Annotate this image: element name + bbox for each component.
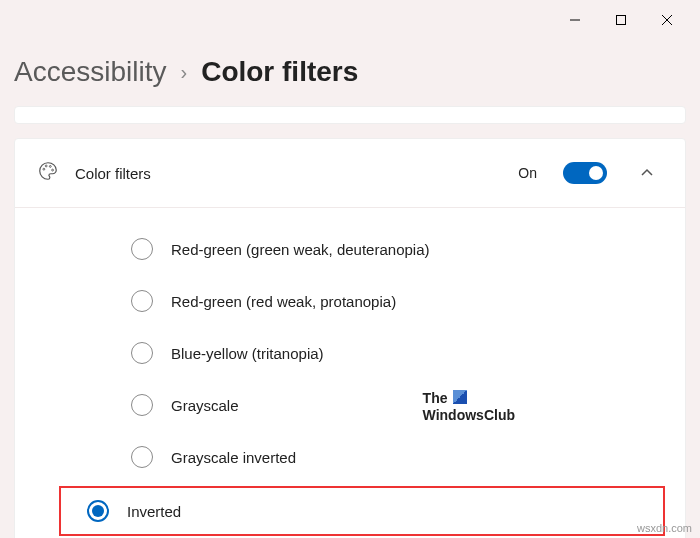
close-button[interactable] <box>644 4 690 36</box>
previous-card-strip <box>14 106 686 124</box>
filter-options: Red-green (green weak, deuteranopia) Red… <box>15 208 685 538</box>
radio-icon <box>87 500 109 522</box>
panel-title: Color filters <box>75 165 151 182</box>
option-label: Blue-yellow (tritanopia) <box>171 345 324 362</box>
page-title: Color filters <box>201 56 358 88</box>
radio-icon <box>131 290 153 312</box>
svg-rect-1 <box>617 16 626 25</box>
svg-point-7 <box>52 169 54 171</box>
radio-icon <box>131 238 153 260</box>
palette-icon <box>37 160 59 186</box>
breadcrumb: Accessibility › Color filters <box>0 40 700 106</box>
color-filters-panel: Color filters On Red-green (green weak, … <box>14 138 686 538</box>
option-inverted[interactable]: Inverted <box>59 486 665 536</box>
option-label: Inverted <box>127 503 181 520</box>
chevron-right-icon: › <box>180 61 187 84</box>
option-label: Red-green (red weak, protanopia) <box>171 293 396 310</box>
color-filters-toggle[interactable] <box>563 162 607 184</box>
toggle-state-label: On <box>518 165 537 181</box>
option-deuteranopia[interactable]: Red-green (green weak, deuteranopia) <box>59 226 665 272</box>
square-icon <box>453 390 467 404</box>
svg-point-6 <box>49 166 51 168</box>
breadcrumb-parent[interactable]: Accessibility <box>14 56 166 88</box>
option-grayscale[interactable]: Grayscale <box>59 382 665 428</box>
option-grayscale-inverted[interactable]: Grayscale inverted <box>59 434 665 480</box>
option-tritanopia[interactable]: Blue-yellow (tritanopia) <box>59 330 665 376</box>
option-label: Grayscale <box>171 397 239 414</box>
collapse-button[interactable] <box>631 157 663 189</box>
panel-header[interactable]: Color filters On <box>15 139 685 208</box>
source-label: wsxdn.com <box>637 522 692 534</box>
radio-icon <box>131 446 153 468</box>
option-label: Grayscale inverted <box>171 449 296 466</box>
option-label: Red-green (green weak, deuteranopia) <box>171 241 430 258</box>
radio-icon <box>131 342 153 364</box>
svg-point-5 <box>45 165 47 167</box>
minimize-button[interactable] <box>552 4 598 36</box>
option-protanopia[interactable]: Red-green (red weak, protanopia) <box>59 278 665 324</box>
title-bar <box>0 0 700 40</box>
maximize-button[interactable] <box>598 4 644 36</box>
watermark-logo: The WindowsClub <box>423 390 515 424</box>
radio-icon <box>131 394 153 416</box>
svg-point-4 <box>43 168 45 170</box>
